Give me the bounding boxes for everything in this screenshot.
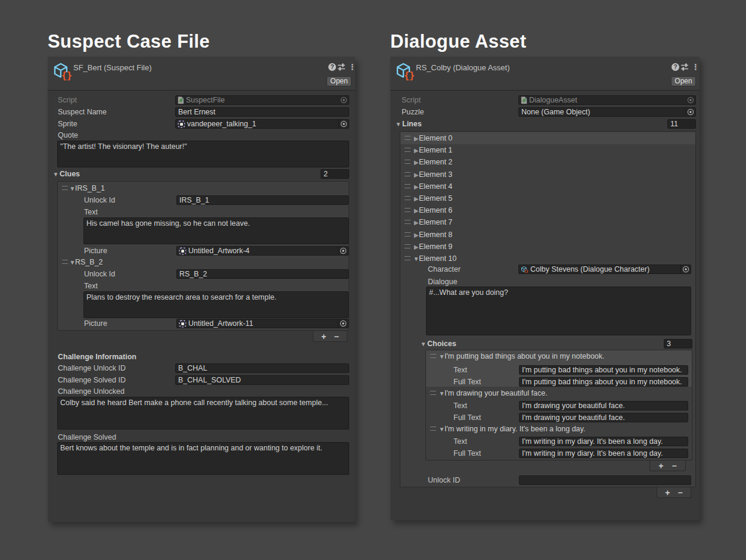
remove-choice-button[interactable]: − bbox=[672, 461, 677, 471]
lines-label: Lines bbox=[402, 119, 422, 129]
object-picker-icon[interactable] bbox=[680, 265, 691, 273]
page-title-suspect-case-file: Suspect Case File bbox=[48, 31, 210, 52]
clue-0-picture-field[interactable]: Untitled_Artwork-4 bbox=[176, 246, 349, 256]
drag-handle-icon[interactable] bbox=[405, 208, 411, 212]
challenge-solved-textarea[interactable]: Bert knows about the temple and is in fa… bbox=[57, 442, 349, 475]
choice-0-text-field[interactable]: I'm putting bad things about you in my n… bbox=[519, 365, 688, 375]
challenge-unlocked-textarea[interactable]: Colby said he heard Bert make a phone ca… bbox=[57, 397, 349, 430]
drag-handle-icon[interactable] bbox=[405, 160, 411, 164]
drag-handle-icon[interactable] bbox=[405, 220, 411, 224]
lines-list-footer: + − bbox=[657, 487, 691, 498]
inspector-title: SF_Bert (Suspect File) bbox=[73, 63, 152, 73]
drag-handle-icon[interactable] bbox=[405, 196, 411, 200]
drag-handle-icon[interactable] bbox=[405, 232, 411, 237]
element-0-row[interactable]: Element 0 bbox=[419, 132, 452, 144]
choice-0-title[interactable]: I'm putting bad things about you in my n… bbox=[445, 350, 605, 362]
clue-0-title[interactable]: IRS_B_1 bbox=[75, 182, 105, 194]
kebab-menu-icon[interactable]: ⋮ bbox=[349, 63, 356, 71]
help-icon[interactable]: ? bbox=[328, 63, 336, 71]
challenge-solved-id-label: Challenge Solved ID bbox=[58, 375, 126, 385]
drag-handle-icon[interactable] bbox=[62, 186, 68, 190]
element-7-row[interactable]: Element 7 bbox=[419, 216, 452, 228]
dialogue-textarea[interactable]: #...What are you doing? bbox=[426, 287, 691, 335]
remove-element-button[interactable]: − bbox=[334, 332, 339, 341]
suspect-name-field[interactable]: Bert Ernest bbox=[175, 107, 349, 117]
drag-handle-icon[interactable] bbox=[430, 354, 436, 358]
add-choice-button[interactable]: + bbox=[658, 461, 663, 471]
puzzle-object-field[interactable]: None (Game Object) bbox=[518, 107, 696, 117]
element-6-row[interactable]: Element 6 bbox=[419, 204, 452, 216]
object-picker-icon[interactable] bbox=[338, 120, 349, 128]
scriptable-object-icon bbox=[521, 266, 529, 273]
clue-1-picture-field[interactable]: Untitled_Artwork-11 bbox=[176, 319, 349, 328]
object-picker-icon[interactable] bbox=[685, 96, 695, 104]
drag-handle-icon[interactable] bbox=[405, 148, 411, 152]
character-label: Character bbox=[428, 265, 461, 274]
choice-0-full-text-field[interactable]: I'm putting bad things about you in my n… bbox=[519, 377, 688, 387]
drag-handle-icon[interactable] bbox=[62, 260, 68, 264]
help-icon[interactable]: ? bbox=[672, 63, 679, 71]
clues-list-footer: + − bbox=[313, 331, 347, 342]
unlock-id-label: Unlock Id bbox=[84, 269, 115, 279]
clue-0-unlock-id-field[interactable]: IRS_B_1 bbox=[176, 195, 349, 205]
drag-handle-icon[interactable] bbox=[405, 184, 411, 188]
script-label: Script bbox=[58, 95, 77, 105]
text-label: Text bbox=[84, 281, 98, 291]
choice-1-title[interactable]: I'm drawing your beautiful face. bbox=[445, 387, 548, 399]
choice-2-text-field[interactable]: I'm writing in my diary. It's been a lon… bbox=[519, 437, 688, 446]
clues-label: Clues bbox=[60, 169, 80, 179]
choice-1-full-text-field[interactable]: I'm drawing your beautiful face. bbox=[519, 413, 688, 422]
script-object-field[interactable]: SuspectFile bbox=[175, 95, 349, 105]
clue-0-text-area[interactable]: His camel has gone missing, so he can no… bbox=[83, 217, 349, 244]
add-element-button[interactable]: + bbox=[321, 332, 326, 341]
add-line-button[interactable]: + bbox=[665, 488, 670, 497]
lines-foldout-icon[interactable]: ▼ bbox=[395, 119, 402, 129]
csharp-script-icon bbox=[178, 97, 184, 104]
choice-1-text-field[interactable]: I'm drawing your beautiful face. bbox=[519, 401, 688, 410]
choices-label: Choices bbox=[427, 339, 456, 349]
element-3-row[interactable]: Element 3 bbox=[419, 169, 452, 181]
drag-handle-icon[interactable] bbox=[405, 244, 411, 248]
drag-handle-icon[interactable] bbox=[430, 427, 436, 431]
clue-1-unlock-id-field[interactable]: RS_B_2 bbox=[176, 269, 349, 279]
open-button[interactable]: Open bbox=[671, 76, 696, 86]
presets-icon[interactable] bbox=[681, 63, 689, 71]
object-picker-icon[interactable] bbox=[338, 96, 349, 104]
challenge-solved-id-field[interactable]: B_CHAL_SOLVED bbox=[175, 375, 349, 385]
object-picker-icon[interactable] bbox=[338, 319, 348, 328]
open-button[interactable]: Open bbox=[327, 76, 352, 86]
kebab-menu-icon[interactable]: ⋮ bbox=[692, 63, 700, 71]
clues-foldout-icon[interactable]: ▼ bbox=[52, 169, 59, 179]
choices-foldout-icon[interactable]: ▼ bbox=[420, 339, 427, 349]
clues-count-field[interactable]: 2 bbox=[321, 169, 349, 179]
drag-handle-icon[interactable] bbox=[405, 136, 411, 140]
drag-handle-icon[interactable] bbox=[405, 256, 411, 260]
drag-handle-icon[interactable] bbox=[405, 172, 411, 176]
character-object-field[interactable]: Colby Stevens (Dialogue Character) bbox=[518, 265, 691, 274]
element-10-row[interactable]: Element 10 bbox=[419, 253, 456, 265]
choice-2-full-text-field[interactable]: I'm writing in my diary. It's been a lon… bbox=[519, 449, 688, 458]
element-9-row[interactable]: Element 9 bbox=[419, 241, 452, 253]
choice-2-title[interactable]: I'm writing in my diary. It's been a lon… bbox=[445, 423, 585, 435]
clue-1-text-area[interactable]: Plans to destroy the research area to se… bbox=[83, 291, 349, 318]
object-picker-icon[interactable] bbox=[338, 247, 348, 255]
element-8-row[interactable]: Element 8 bbox=[419, 229, 452, 241]
element-1-row[interactable]: Element 1 bbox=[419, 144, 452, 156]
script-object-field[interactable]: DialogueAsset bbox=[518, 95, 696, 105]
element-2-row[interactable]: Element 2 bbox=[419, 156, 452, 168]
presets-icon[interactable] bbox=[338, 63, 346, 71]
remove-line-button[interactable]: − bbox=[678, 488, 683, 497]
unlock-id-field[interactable] bbox=[519, 475, 691, 485]
quote-textarea[interactable]: "The artist! The visionary! The auteur!" bbox=[57, 141, 349, 167]
object-picker-icon[interactable] bbox=[685, 108, 695, 116]
text-label: Text bbox=[453, 365, 467, 375]
element-4-row[interactable]: Element 4 bbox=[419, 181, 452, 192]
clue-1-title[interactable]: RS_B_2 bbox=[75, 256, 103, 268]
sprite-object-field[interactable]: vandepeer_talking_1 bbox=[175, 119, 349, 129]
element-5-row[interactable]: Element 5 bbox=[419, 192, 452, 204]
challenge-unlock-id-field[interactable]: B_CHAL bbox=[175, 363, 349, 373]
puzzle-label: Puzzle bbox=[402, 107, 424, 117]
choices-count-field[interactable]: 3 bbox=[664, 339, 692, 349]
drag-handle-icon[interactable] bbox=[430, 391, 436, 395]
lines-count-field[interactable]: 11 bbox=[667, 119, 696, 129]
